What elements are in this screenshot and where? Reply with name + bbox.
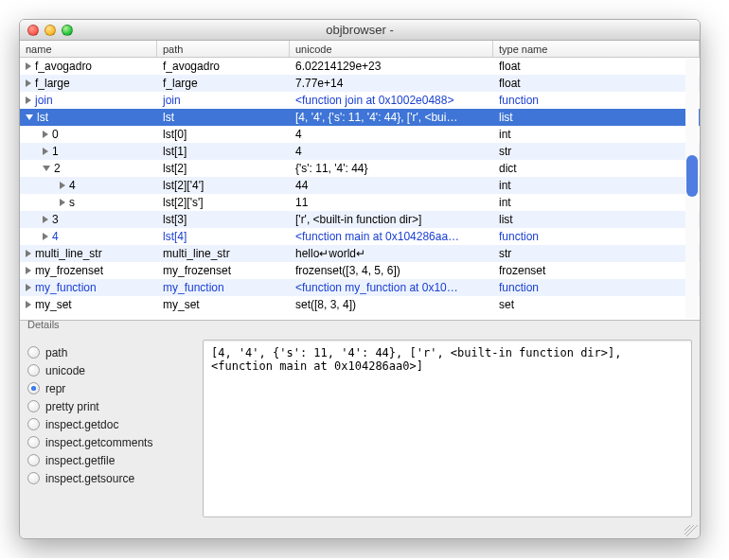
table-row[interactable]: my_functionmy_function<function my_funct… — [20, 279, 700, 296]
header-type[interactable]: type name — [493, 41, 700, 57]
disclosure-closed-icon[interactable] — [26, 96, 31, 104]
disclosure-closed-icon[interactable] — [60, 199, 65, 206]
disclosure-closed-icon[interactable] — [43, 148, 48, 155]
cell-type: str — [493, 145, 700, 158]
cell-unicode: set([8, 3, 4]) — [290, 298, 493, 311]
window: objbrowser - name path unicode type name… — [19, 19, 701, 539]
radio-icon[interactable] — [27, 364, 40, 376]
cell-unicode: ['r', <built-in function dir>] — [290, 213, 493, 226]
radio-label: unicode — [45, 364, 85, 377]
radio-option[interactable]: inspect.getdoc — [27, 415, 193, 433]
cell-name: 3 — [52, 213, 59, 226]
header-path[interactable]: path — [157, 41, 290, 57]
disclosure-closed-icon[interactable] — [26, 284, 31, 291]
disclosure-open-icon[interactable] — [43, 166, 50, 171]
close-button[interactable] — [27, 25, 39, 36]
cell-path: lst[2] — [157, 162, 290, 175]
tree-table: name path unicode type name f_avogadrof_… — [20, 41, 700, 321]
zoom-button[interactable] — [62, 25, 73, 36]
radio-icon[interactable] — [27, 418, 40, 430]
disclosure-closed-icon[interactable] — [26, 62, 31, 70]
radio-icon[interactable] — [27, 436, 40, 448]
radio-label: repr — [45, 382, 65, 395]
cell-path: my_set — [157, 298, 290, 311]
table-row[interactable]: 4lst[2]['4']44int — [20, 177, 700, 194]
details-textbox[interactable]: [4, '4', {'s': 11, '4': 44}, ['r', <buil… — [203, 340, 692, 517]
radio-option[interactable]: inspect.getsource — [27, 469, 193, 487]
table-body: f_avogadrof_avogadro6.02214129e+23floatf… — [20, 58, 700, 321]
radio-option[interactable]: repr — [27, 379, 193, 397]
disclosure-closed-icon[interactable] — [26, 301, 31, 308]
cell-unicode: <function join at 0x1002e0488> — [290, 94, 493, 107]
resize-bar — [20, 525, 700, 538]
radio-option[interactable]: path — [27, 343, 193, 361]
cell-path: f_avogadro — [157, 60, 290, 73]
radio-option[interactable]: inspect.getcomments — [27, 433, 193, 451]
scrollbar-thumb[interactable] — [686, 155, 698, 197]
table-row[interactable]: my_frozensetmy_frozensetfrozenset([3, 4,… — [20, 262, 700, 279]
traffic-lights — [20, 25, 73, 36]
radio-icon[interactable] — [27, 472, 40, 484]
cell-unicode: <function my_function at 0x10… — [290, 281, 493, 294]
radio-option[interactable]: pretty print — [27, 397, 193, 415]
cell-name: my_function — [35, 281, 97, 294]
cell-type: list — [493, 111, 700, 124]
cell-path: lst[2]['4'] — [157, 179, 290, 192]
cell-unicode: 44 — [290, 179, 493, 192]
cell-type: float — [493, 77, 700, 90]
scrollbar[interactable] — [685, 59, 699, 319]
details-panel: pathunicodereprpretty printinspect.getdo… — [20, 321, 700, 525]
cell-unicode: 6.02214129e+23 — [290, 60, 493, 73]
table-row[interactable]: joinjoin<function join at 0x1002e0488>fu… — [20, 92, 700, 109]
cell-name: 4 — [52, 230, 59, 243]
table-row[interactable]: slst[2]['s']11int — [20, 194, 700, 211]
cell-type: function — [493, 281, 700, 294]
table-row[interactable]: 1lst[1]4str — [20, 143, 700, 160]
radio-option[interactable]: unicode — [27, 361, 193, 379]
cell-type: int — [493, 128, 700, 141]
cell-path: lst — [157, 111, 290, 124]
radio-icon[interactable] — [27, 400, 40, 412]
disclosure-closed-icon[interactable] — [26, 267, 31, 274]
disclosure-closed-icon[interactable] — [26, 250, 31, 257]
cell-name: f_large — [35, 77, 70, 90]
table-row[interactable]: 4lst[4]<function main at 0x104286aa…func… — [20, 228, 700, 245]
table-row[interactable]: 2lst[2]{'s': 11, '4': 44}dict — [20, 160, 700, 177]
cell-name: 0 — [52, 128, 59, 141]
cell-type: frozenset — [493, 264, 700, 277]
cell-unicode: hello↵world↵ — [290, 247, 493, 260]
table-row[interactable]: 3lst[3]['r', <built-in function dir>]lis… — [20, 211, 700, 228]
header-unicode[interactable]: unicode — [290, 41, 493, 57]
radio-option[interactable]: inspect.getfile — [27, 451, 193, 469]
cell-type: str — [493, 247, 700, 260]
table-row[interactable]: f_avogadrof_avogadro6.02214129e+23float — [20, 58, 700, 75]
table-row[interactable]: 0lst[0]4int — [20, 126, 700, 143]
cell-type: float — [493, 60, 700, 73]
minimize-button[interactable] — [44, 25, 56, 36]
disclosure-closed-icon[interactable] — [60, 182, 65, 189]
disclosure-closed-icon[interactable] — [43, 216, 48, 223]
cell-unicode: 4 — [290, 128, 493, 141]
cell-type: int — [493, 179, 700, 192]
disclosure-closed-icon[interactable] — [43, 131, 48, 138]
disclosure-open-icon[interactable] — [26, 114, 33, 120]
cell-name: 2 — [54, 162, 61, 175]
radio-icon[interactable] — [27, 346, 40, 359]
table-row[interactable]: multi_line_strmulti_line_strhello↵world↵… — [20, 245, 700, 262]
table-header: name path unicode type name — [20, 41, 700, 58]
radio-icon[interactable] — [27, 382, 40, 394]
header-name[interactable]: name — [20, 41, 157, 57]
cell-path: my_function — [157, 281, 290, 294]
disclosure-closed-icon[interactable] — [26, 79, 31, 87]
radio-icon[interactable] — [27, 454, 40, 466]
cell-unicode: frozenset([3, 4, 5, 6]) — [290, 264, 493, 277]
cell-path: lst[1] — [157, 145, 290, 158]
cell-path: lst[0] — [157, 128, 290, 141]
cell-type: function — [493, 94, 700, 107]
table-row[interactable]: f_largef_large7.77e+14float — [20, 75, 700, 92]
table-row[interactable]: my_setmy_setset([8, 3, 4])set — [20, 296, 700, 313]
resize-grip-icon[interactable] — [685, 523, 698, 536]
cell-name: 1 — [52, 145, 59, 158]
table-row[interactable]: lstlst[4, '4', {'s': 11, '4': 44}, ['r',… — [20, 109, 700, 126]
disclosure-closed-icon[interactable] — [43, 233, 48, 240]
